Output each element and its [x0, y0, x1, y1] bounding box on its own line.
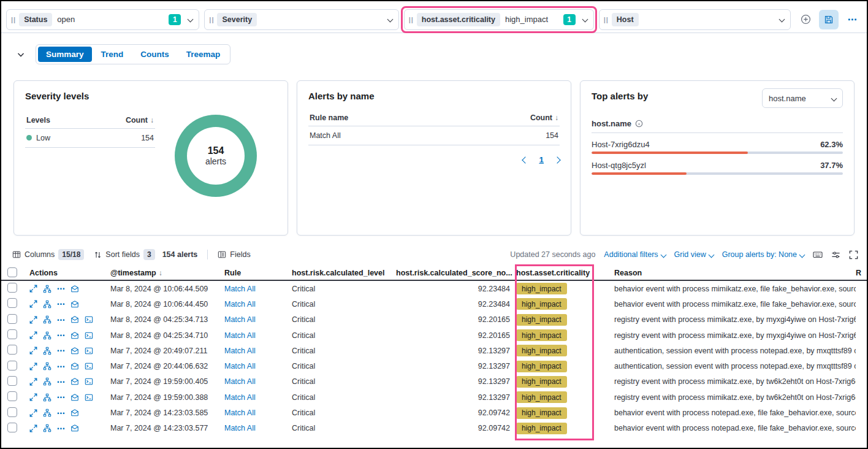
severity-row[interactable]: Low 154 — [25, 129, 155, 148]
filter-status[interactable]: || Status open 1 — [6, 9, 199, 30]
more-actions-icon[interactable] — [57, 347, 65, 355]
group-alerts-by-button[interactable]: Group alerts by: None — [722, 250, 804, 259]
collapse-charts-button[interactable] — [16, 50, 26, 59]
reason-cell[interactable]: authentication, session event with proce… — [614, 347, 856, 355]
analyzer-icon[interactable] — [43, 393, 51, 402]
header-criticality[interactable]: host.asset.criticality — [516, 269, 614, 277]
rule-link[interactable]: Match All — [224, 393, 292, 402]
session-view-icon[interactable] — [85, 377, 93, 386]
reason-cell[interactable]: behavior event with process mimikatz.exe… — [614, 285, 856, 293]
top-alert-row[interactable]: Host-qtg8jc5yzl 37.7% — [592, 161, 843, 175]
rule-link[interactable]: Match All — [224, 331, 292, 340]
expand-alert-icon[interactable] — [29, 331, 37, 339]
top-alerts-field-select[interactable]: host.name — [762, 88, 843, 108]
more-actions-icon[interactable] — [57, 409, 65, 417]
grid-view-button[interactable]: Grid view — [674, 250, 714, 259]
column-header-sorted[interactable]: Count — [126, 116, 154, 125]
keyboard-shortcuts-button[interactable] — [813, 250, 823, 259]
filter-host[interactable]: || Host — [599, 9, 791, 30]
row-checkbox[interactable] — [7, 423, 17, 432]
session-view-icon[interactable] — [85, 347, 93, 355]
analyzer-icon[interactable] — [43, 285, 51, 293]
more-actions-icon[interactable] — [57, 331, 65, 339]
session-view-icon[interactable] — [85, 315, 93, 324]
analyze-event-icon[interactable] — [70, 315, 79, 324]
reason-cell[interactable]: authentication, session event with proce… — [614, 362, 856, 370]
display-options-button[interactable] — [831, 250, 840, 259]
header-risk-score[interactable]: host.risk.calculated_score_no... — [396, 269, 516, 277]
tab-treemap[interactable]: Treemap — [178, 47, 229, 62]
expand-alert-icon[interactable] — [29, 393, 37, 401]
select-all-checkbox[interactable] — [7, 267, 17, 277]
reason-cell[interactable]: registry event with process mimikatz.exe… — [614, 393, 856, 402]
row-checkbox[interactable] — [7, 361, 17, 370]
row-checkbox[interactable] — [7, 376, 17, 386]
expand-alert-icon[interactable] — [29, 300, 37, 308]
rule-link[interactable]: Match All — [224, 347, 292, 355]
more-options-button[interactable] — [842, 10, 862, 29]
reason-cell[interactable]: behavior event with process notepad.exe,… — [614, 409, 856, 417]
more-actions-icon[interactable] — [57, 363, 65, 370]
fullscreen-button[interactable] — [849, 250, 858, 259]
session-view-icon[interactable] — [85, 362, 93, 370]
tab-counts[interactable]: Counts — [132, 47, 177, 62]
expand-alert-icon[interactable] — [29, 316, 37, 324]
analyze-event-icon[interactable] — [70, 377, 79, 386]
more-actions-icon[interactable] — [57, 316, 65, 324]
reason-cell[interactable]: registry event with process mimikatz.exe… — [614, 331, 856, 340]
sort-fields-button[interactable]: Sort fields 3 — [94, 249, 154, 260]
rule-link[interactable]: Match All — [224, 315, 292, 324]
columns-button[interactable]: Columns 15/18 — [12, 249, 84, 260]
rule-link[interactable]: Match All — [224, 377, 292, 386]
reason-cell[interactable]: behavior event with process mimikatz.exe… — [614, 300, 856, 309]
analyze-event-icon[interactable] — [70, 409, 79, 417]
column-header-sorted[interactable]: Count — [530, 113, 558, 122]
rule-link[interactable]: Match All — [224, 409, 292, 417]
analyzer-icon[interactable] — [43, 377, 51, 386]
drag-handle-icon[interactable]: || — [9, 16, 19, 23]
rule-link[interactable]: Match All — [224, 362, 292, 370]
top-alert-row[interactable]: Host-7xrig6dzu4 62.3% — [592, 140, 843, 154]
more-actions-icon[interactable] — [57, 424, 65, 432]
more-actions-icon[interactable] — [57, 393, 65, 401]
previous-page-icon[interactable] — [522, 156, 529, 163]
header-rule[interactable]: Rule — [224, 269, 292, 277]
rule-link[interactable]: Match All — [224, 424, 292, 432]
header-timestamp[interactable]: @timestamp — [110, 269, 224, 277]
drag-handle-icon[interactable]: || — [602, 16, 612, 23]
analyzer-icon[interactable] — [43, 362, 51, 370]
row-checkbox[interactable] — [7, 298, 17, 308]
reason-cell[interactable]: behavior event with process notepad.exe,… — [614, 424, 856, 432]
row-checkbox[interactable] — [7, 391, 17, 401]
reason-cell[interactable]: registry event with process mimikatz.exe… — [614, 315, 856, 324]
analyzer-icon[interactable] — [43, 300, 51, 309]
more-actions-icon[interactable] — [57, 285, 65, 293]
analyze-event-icon[interactable] — [70, 285, 79, 293]
filter-severity[interactable]: || Severity — [204, 9, 398, 30]
add-filter-button[interactable] — [796, 10, 815, 29]
page-number[interactable]: 1 — [539, 155, 544, 164]
row-checkbox[interactable] — [7, 329, 17, 339]
header-risk-level[interactable]: host.risk.calculated_level — [292, 269, 396, 277]
expand-alert-icon[interactable] — [29, 378, 37, 386]
more-actions-icon[interactable] — [57, 300, 65, 308]
analyzer-icon[interactable] — [43, 331, 51, 340]
session-view-icon[interactable] — [85, 393, 93, 402]
rule-link[interactable]: Match All — [224, 285, 292, 293]
drag-handle-icon[interactable]: || — [207, 16, 217, 23]
more-actions-icon[interactable] — [57, 378, 65, 386]
analyze-event-icon[interactable] — [70, 424, 79, 432]
expand-alert-icon[interactable] — [29, 363, 37, 370]
tab-summary[interactable]: Summary — [38, 47, 92, 62]
info-icon[interactable] — [635, 120, 643, 128]
analyzer-icon[interactable] — [43, 315, 51, 324]
rule-link[interactable]: Match All — [224, 300, 292, 309]
tab-trend[interactable]: Trend — [93, 47, 132, 62]
save-query-button[interactable] — [819, 10, 839, 29]
expand-alert-icon[interactable] — [29, 424, 37, 432]
drag-handle-icon[interactable]: || — [407, 16, 417, 23]
additional-filters-button[interactable]: Additional filters — [604, 250, 665, 259]
reason-cell[interactable]: registry event with process mimikatz.exe… — [614, 377, 856, 386]
row-checkbox[interactable] — [7, 407, 17, 417]
header-reason[interactable]: Reason — [614, 269, 856, 277]
